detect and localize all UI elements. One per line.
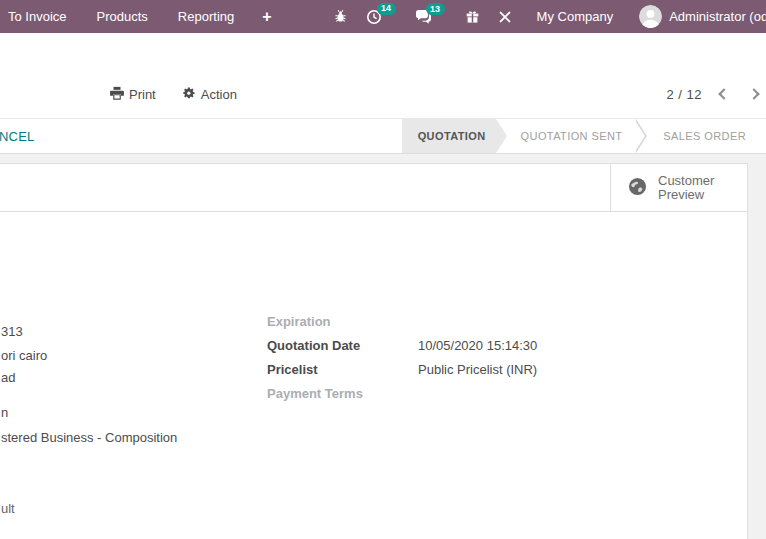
- step-separator-icon: [636, 119, 649, 153]
- menu-products[interactable]: Products: [87, 0, 158, 33]
- gear-icon: [182, 86, 196, 103]
- tools-icon[interactable]: [498, 10, 512, 24]
- avatar-icon[interactable]: [639, 5, 662, 28]
- action-button-label: Action: [201, 87, 237, 102]
- print-button-label: Print: [129, 87, 156, 102]
- chevron-right-icon[interactable]: [748, 88, 759, 99]
- activity-clock-icon[interactable]: 14: [366, 9, 382, 25]
- action-button[interactable]: Action: [182, 86, 237, 103]
- systray: 14 13: [324, 5, 766, 28]
- address-line: 313: [1, 324, 23, 339]
- field-label-payment-terms: Payment Terms: [267, 386, 412, 401]
- field-value-pricelist[interactable]: Public Pricelist (INR): [418, 362, 537, 377]
- menu-reporting[interactable]: Reporting: [168, 0, 244, 33]
- address-line: ori cairo: [1, 348, 47, 363]
- control-panel: Print Action 2 / 12: [0, 78, 766, 110]
- address-line: stered Business - Composition: [1, 430, 177, 445]
- cancel-button[interactable]: NCEL: [0, 129, 34, 144]
- field-label-pricelist: Pricelist: [267, 362, 412, 377]
- top-navbar: To Invoice Products Reporting +: [0, 0, 766, 33]
- address-line: ult: [1, 501, 15, 516]
- step-sales-order[interactable]: SALES ORDER: [649, 119, 760, 153]
- address-line: n: [1, 405, 8, 420]
- print-button[interactable]: Print: [110, 86, 156, 103]
- globe-icon: [628, 177, 647, 200]
- step-arrow: [496, 119, 507, 153]
- user-menu[interactable]: Administrator (odoo14_: [669, 9, 766, 24]
- sheet-header-row: Customer Preview: [0, 164, 747, 212]
- field-label-quotation-date: Quotation Date: [267, 338, 412, 353]
- statusbar: NCEL QUOTATION QUOTATION SENT SALES ORDE…: [0, 118, 766, 154]
- bug-icon[interactable]: [333, 9, 348, 24]
- pager: 2 / 12: [666, 87, 758, 102]
- plus-icon[interactable]: +: [254, 0, 279, 33]
- gift-icon[interactable]: [465, 9, 480, 24]
- odoo-app-window: To Invoice Products Reporting +: [0, 0, 766, 539]
- control-panel-buttons: Print Action: [110, 86, 237, 103]
- form-sheet: Customer Preview 313 ori cairo ad n ster…: [0, 163, 748, 539]
- pager-value: 2 / 12: [666, 87, 702, 102]
- content-background: Customer Preview 313 ori cairo ad n ster…: [0, 154, 766, 539]
- field-label-expiration: Expiration: [267, 314, 412, 329]
- message-count-badge: 13: [426, 3, 445, 15]
- company-switcher[interactable]: My Company: [537, 9, 614, 24]
- chevron-left-icon[interactable]: [718, 88, 729, 99]
- customer-preview-button[interactable]: Customer Preview: [610, 164, 747, 212]
- printer-icon: [110, 86, 124, 103]
- address-line: ad: [1, 370, 15, 385]
- activity-count-badge: 14: [377, 3, 396, 15]
- step-quotation-sent[interactable]: QUOTATION SENT: [507, 119, 637, 153]
- navbar-menu: To Invoice Products Reporting +: [0, 0, 280, 33]
- field-value-quotation-date[interactable]: 10/05/2020 15:14:30: [418, 338, 537, 353]
- customer-preview-label: Customer Preview: [658, 174, 724, 203]
- menu-to-invoice[interactable]: To Invoice: [0, 0, 77, 33]
- step-quotation[interactable]: QUOTATION: [402, 119, 496, 153]
- messages-chat-icon[interactable]: 13: [415, 9, 432, 24]
- statusbar-steps: QUOTATION QUOTATION SENT SALES ORDER: [402, 119, 766, 153]
